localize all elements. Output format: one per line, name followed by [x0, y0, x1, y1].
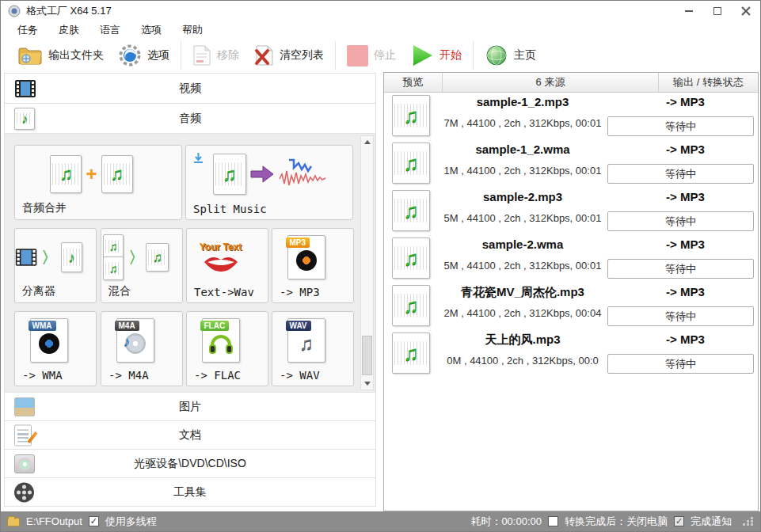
waveform-icon	[278, 157, 327, 192]
menu-help[interactable]: 帮助	[172, 21, 213, 39]
chevron-icon: 〉	[41, 247, 57, 268]
options-label: 选项	[147, 48, 169, 63]
category-rom-device[interactable]: 光驱设备\DVD\CD\ISO	[4, 449, 376, 478]
category-video[interactable]: 视频	[4, 73, 376, 104]
file-info: 5M , 44100 , 2ch , 312Kbps, 00:01	[430, 212, 615, 224]
close-icon	[741, 6, 751, 16]
close-button[interactable]	[732, 1, 760, 21]
file-info: 1M , 44100 , 2ch , 312Kbps, 00:01	[430, 165, 615, 177]
audio-preview-icon[interactable]: ♫	[392, 95, 430, 136]
tool-label: 混合	[108, 284, 131, 298]
tool-label: Split Music	[193, 203, 267, 215]
mix-icon: ♫ ♫ 〉 ♫	[101, 234, 169, 281]
clear-list-label: 清空列表	[280, 48, 324, 63]
status-box[interactable]: 等待中	[607, 306, 754, 326]
category-document-label: 文档	[5, 421, 375, 449]
resize-grip[interactable]	[743, 517, 754, 526]
category-rom-device-label: 光驱设备\DVD\CD\ISO	[5, 450, 375, 477]
tool-to-flac[interactable]: FLAC -> FLAC	[186, 311, 268, 386]
toolbar-separator	[181, 41, 181, 70]
tool-label: -> WAV	[280, 369, 320, 382]
status-box[interactable]: 等待中	[607, 164, 754, 184]
audio-preview-icon[interactable]: ♫	[392, 332, 430, 374]
audio-preview-icon[interactable]: ♫	[392, 238, 430, 279]
tool-label: -> MP3	[280, 286, 320, 298]
minimize-button[interactable]	[675, 1, 703, 21]
audio-tools-panel: ♫ + ♫ 音频合并 ♫	[4, 133, 376, 393]
header-preview[interactable]: 预览	[384, 73, 443, 92]
elapsed-time: 耗时：00:00:00	[470, 515, 542, 529]
header-output-state[interactable]: 输出 / 转换状态	[659, 73, 758, 92]
output-format: -> MP3	[666, 95, 705, 108]
category-video-label: 视频	[5, 74, 375, 103]
file-name: sample-2.mp3	[432, 190, 614, 203]
file-row[interactable]: ♫ sample-1_2.wma 1M , 44100 , 2ch , 312K…	[384, 140, 758, 188]
start-button[interactable]: 开始	[403, 40, 469, 70]
file-row[interactable]: ♫ sample-1_2.mp3 7M , 44100 , 2ch , 312K…	[384, 93, 758, 140]
tool-split-music[interactable]: ♫ Split Music	[185, 145, 353, 220]
maximize-button[interactable]	[703, 1, 732, 21]
status-box[interactable]: 等待中	[607, 116, 754, 136]
options-button[interactable]: 选项	[111, 40, 177, 70]
lips-icon	[203, 254, 239, 273]
category-picture-label: 图片	[5, 393, 375, 420]
status-box[interactable]: 等待中	[607, 259, 754, 279]
clear-list-button[interactable]: 清空列表	[246, 40, 331, 70]
tools-scrollbar[interactable]	[360, 135, 374, 390]
multithread-checkbox[interactable]: ✓	[89, 516, 99, 526]
category-toolset[interactable]: 工具集	[4, 477, 376, 507]
audio-preview-icon[interactable]: ♫	[392, 142, 430, 184]
menu-task[interactable]: 任务	[7, 21, 48, 39]
notify-checkbox[interactable]: ✓	[674, 516, 684, 526]
scrollbar-thumb[interactable]	[362, 336, 372, 375]
home-button[interactable]: 主页	[478, 40, 543, 70]
remove-button[interactable]: 移除	[185, 40, 246, 70]
output-path[interactable]: E:\FFOutput	[26, 515, 82, 527]
plus-icon: +	[86, 165, 97, 184]
to-mp3-icon: MP3	[272, 234, 340, 281]
output-path-folder-icon[interactable]	[7, 518, 20, 526]
text-to-wav-icon: Your Text	[187, 234, 254, 281]
tool-label: 分离器	[22, 284, 55, 298]
menu-options[interactable]: 选项	[131, 21, 172, 39]
remove-label: 移除	[217, 48, 239, 63]
file-row[interactable]: ♫ sample-2.mp3 5M , 44100 , 2ch , 312Kbp…	[384, 188, 758, 235]
tool-text-to-wav[interactable]: Your Text Text->Wav	[186, 228, 268, 303]
tool-to-wav[interactable]: WAV♫ -> WAV	[272, 311, 354, 386]
file-row[interactable]: ♫ 天上的风.mp3 0M , 44100 , 2ch , 312Kbps, 0…	[384, 330, 758, 378]
tool-audio-join[interactable]: ♫ + ♫ 音频合并	[14, 145, 182, 220]
menu-language[interactable]: 语言	[89, 21, 131, 39]
tool-mix[interactable]: ♫ ♫ 〉 ♫ 混合	[101, 228, 183, 303]
status-box[interactable]: 等待中	[607, 354, 754, 374]
stop-button[interactable]: 停止	[340, 40, 403, 70]
tool-label: Text->Wav	[194, 286, 254, 298]
scroll-up-icon[interactable]	[361, 136, 373, 148]
file-row[interactable]: ♫ 青花瓷MV_周杰伦.mp3 2M , 44100 , 2ch , 312Kb…	[384, 283, 758, 330]
status-box[interactable]: 等待中	[607, 211, 754, 231]
shutdown-label: 转换完成后：关闭电脑	[565, 515, 668, 529]
audio-preview-icon[interactable]: ♫	[392, 285, 430, 326]
menu-skin[interactable]: 皮肤	[48, 21, 89, 39]
shutdown-checkbox[interactable]	[548, 516, 558, 526]
category-toolset-label: 工具集	[5, 478, 375, 506]
category-audio[interactable]: ♪ 音频	[4, 103, 376, 134]
scroll-down-icon[interactable]	[361, 378, 373, 390]
file-row[interactable]: ♫ sample-2.wma 5M , 44100 , 2ch , 312Kbp…	[384, 235, 758, 283]
tool-splitter[interactable]: 〉 ♪ 分离器	[14, 228, 97, 303]
tool-label: -> FLAC	[194, 369, 241, 382]
menu-bar: 任务 皮肤 语言 选项 帮助	[7, 21, 760, 39]
to-wav-icon: WAV♫	[272, 317, 340, 364]
audio-preview-icon[interactable]: ♫	[392, 190, 430, 231]
category-document[interactable]: 文档	[4, 420, 376, 450]
toolbar: 输出文件夹 选项 移除	[1, 39, 760, 72]
file-name: 天上的风.mp3	[432, 332, 614, 348]
output-format: -> MP3	[666, 142, 705, 156]
output-folder-button[interactable]: 输出文件夹	[10, 40, 111, 70]
category-picture[interactable]: 图片	[4, 392, 376, 421]
header-source[interactable]: 6 来源	[443, 73, 659, 92]
tool-to-m4a[interactable]: M4A♪ -> M4A	[101, 311, 183, 386]
stop-label: 停止	[374, 48, 396, 63]
tool-to-wma[interactable]: WMA -> WMA	[14, 311, 97, 386]
file-rows: ♫ sample-1_2.mp3 7M , 44100 , 2ch , 312K…	[384, 93, 758, 511]
tool-to-mp3[interactable]: MP3 -> MP3	[272, 228, 354, 303]
